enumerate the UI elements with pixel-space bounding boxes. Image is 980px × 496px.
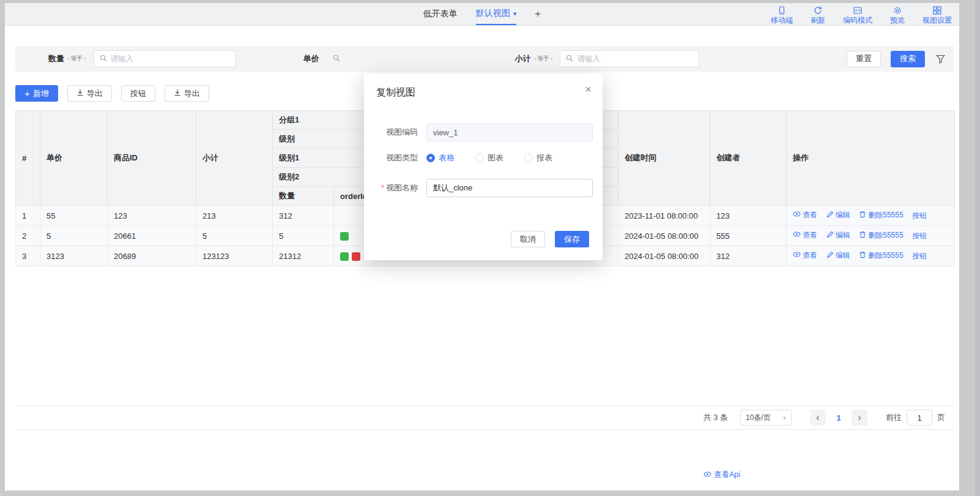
- search-button[interactable]: 搜索: [891, 51, 925, 67]
- page-size-value: 10条/页: [746, 413, 771, 423]
- view-settings-label: 视图设置: [922, 17, 952, 24]
- view-action[interactable]: 查看: [793, 250, 817, 261]
- add-button[interactable]: + 新增: [15, 85, 58, 102]
- cell-created-at: 2024-01-05 08:00:00: [618, 226, 710, 246]
- view-code-input[interactable]: [426, 123, 593, 141]
- unit-price-filter-input[interactable]: [344, 54, 460, 63]
- button-action[interactable]: 按钮: [912, 211, 927, 221]
- refresh-label: 刷新: [811, 17, 825, 24]
- cell-operation: 查看 编辑 删除55555 按钮: [787, 246, 955, 266]
- mobile-button[interactable]: 移动端: [771, 4, 793, 25]
- dialog-title: 复制视图: [376, 86, 415, 99]
- cell-quantity: 21312: [273, 246, 334, 266]
- goto-suffix: 页: [937, 412, 945, 423]
- next-page-button[interactable]: ›: [852, 410, 867, 426]
- unit-price-filter-inputbox: [327, 50, 466, 67]
- eye-icon: [793, 250, 801, 260]
- prev-page-button[interactable]: ‹: [810, 410, 826, 426]
- view-settings-button[interactable]: 视图设置: [922, 4, 952, 25]
- delete-action[interactable]: 删除55555: [859, 210, 903, 220]
- chevron-down-icon: ▾: [783, 415, 786, 421]
- pencil-icon: [826, 211, 834, 220]
- view-action[interactable]: 查看: [793, 230, 817, 241]
- page-size-select[interactable]: 10条/页 ▾: [740, 410, 792, 426]
- quantity-filter-inputbox: [94, 50, 236, 67]
- cell-product-id: 20689: [108, 246, 196, 266]
- edit-action[interactable]: 编辑: [826, 230, 850, 241]
- header-creator: 创建者: [710, 111, 787, 206]
- cell-operation: 查看 编辑 删除55555 按钮: [787, 226, 955, 246]
- cell-unit-price: 5: [40, 226, 108, 246]
- view-api-link[interactable]: 查看Api: [703, 470, 740, 480]
- view-type-label: 视图类型: [364, 152, 418, 163]
- search-icon: [100, 53, 107, 64]
- radio-report[interactable]: 报表: [524, 152, 552, 163]
- subtotal-filter-label: 小计: [515, 53, 531, 64]
- edit-action[interactable]: 编辑: [826, 210, 850, 220]
- export-icon: [76, 89, 84, 98]
- chevron-down-icon: ▾: [513, 10, 517, 18]
- tab-default-view[interactable]: 默认视图 ▾: [476, 3, 517, 25]
- thumbnail-list: [340, 251, 363, 260]
- tab-view-label: 默认视图: [476, 8, 510, 19]
- subtotal-operator-dropdown[interactable]: 等于: [534, 54, 553, 63]
- trash-icon: [859, 231, 866, 240]
- export-button-1[interactable]: 导出: [67, 85, 112, 102]
- goto-prefix: 前往: [886, 412, 902, 423]
- search-icon: [333, 53, 340, 64]
- export-button-label: 导出: [184, 88, 200, 99]
- close-icon[interactable]: ×: [585, 83, 592, 95]
- quantity-operator-dropdown[interactable]: 等于: [67, 54, 86, 63]
- edit-action[interactable]: 编辑: [826, 250, 850, 261]
- cancel-button[interactable]: 取消: [511, 231, 545, 247]
- delete-action[interactable]: 删除55555: [859, 250, 903, 261]
- unit-price-filter-label: 单价: [303, 53, 319, 64]
- mobile-label: 移动端: [771, 17, 793, 24]
- trash-icon: [859, 251, 866, 260]
- preview-button[interactable]: 预览: [887, 4, 908, 25]
- cell-quantity: 5: [273, 226, 334, 246]
- export-button-label: 导出: [87, 88, 103, 99]
- trash-icon: [859, 211, 866, 220]
- refresh-icon: [814, 6, 822, 15]
- radio-table[interactable]: 表格: [426, 152, 455, 163]
- button-action[interactable]: 按钮: [912, 251, 927, 261]
- refresh-button[interactable]: 刷新: [807, 4, 828, 25]
- subtotal-filter-input[interactable]: [577, 54, 693, 63]
- scrollbar[interactable]: [975, 0, 980, 496]
- goto-page-input[interactable]: [907, 410, 932, 426]
- export-button-2[interactable]: 导出: [165, 85, 209, 102]
- save-button[interactable]: 保存: [555, 231, 589, 247]
- delete-action[interactable]: 删除55555: [859, 230, 903, 241]
- search-icon: [566, 53, 573, 64]
- radio-icon: [524, 154, 533, 162]
- code-mode-label: 编码模式: [843, 17, 872, 24]
- cell-product-id: 20661: [108, 226, 196, 246]
- custom-button[interactable]: 按钮: [121, 85, 155, 102]
- view-api-label: 查看Api: [714, 470, 740, 480]
- tab-form-title[interactable]: 低开表单: [423, 3, 458, 25]
- current-page[interactable]: 1: [831, 410, 847, 426]
- cell-index: 2: [16, 226, 40, 246]
- cell-index: 3: [16, 246, 40, 266]
- header-operation: 操作: [787, 111, 955, 206]
- cell-unit-price: 3123: [40, 246, 108, 266]
- quantity-filter-input[interactable]: [111, 54, 230, 63]
- view-action[interactable]: 查看: [793, 210, 817, 220]
- filter-funnel-icon[interactable]: [936, 54, 945, 64]
- cell-created-at: 2024-01-05 08:00:00: [618, 246, 710, 266]
- thumbnail-list: [340, 231, 352, 240]
- button-action[interactable]: 按钮: [912, 231, 927, 241]
- reset-button[interactable]: 重置: [847, 51, 881, 67]
- radio-chart[interactable]: 图表: [475, 152, 503, 163]
- header-unit-price: 单价: [40, 111, 108, 206]
- code-mode-button[interactable]: 编码模式: [843, 4, 872, 25]
- view-name-input[interactable]: [426, 179, 593, 197]
- quantity-filter-label: 数量: [48, 53, 64, 64]
- cell-subtotal: 213: [196, 206, 273, 226]
- add-view-tab[interactable]: +: [535, 3, 541, 25]
- view-code-row: 视图编码: [364, 123, 603, 141]
- radio-icon: [475, 154, 484, 162]
- header-subtotal: 小计: [196, 111, 273, 206]
- tab-form-label: 低开表单: [423, 9, 458, 20]
